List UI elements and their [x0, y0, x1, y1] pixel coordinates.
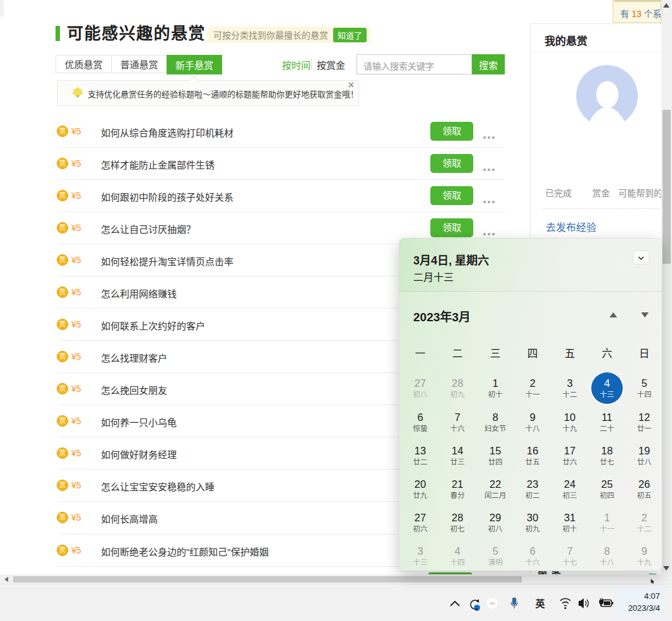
svg-text:ME: ME — [490, 601, 495, 605]
